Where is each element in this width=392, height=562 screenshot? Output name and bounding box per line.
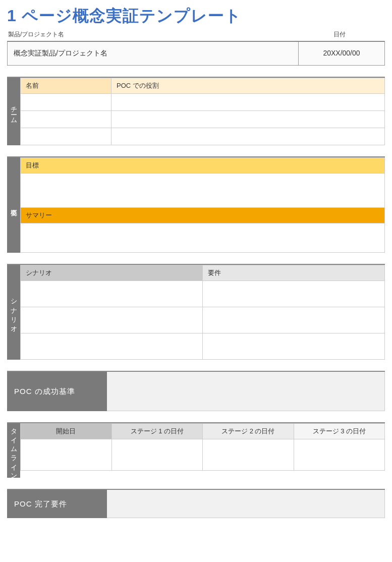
timeline-s2-cell[interactable] <box>203 439 294 471</box>
date-field[interactable]: 20XX/00/00 <box>299 42 384 65</box>
scenario-cell[interactable] <box>21 281 203 307</box>
table-row <box>21 333 385 360</box>
scenario-table: シナリオ 要件 <box>20 265 385 360</box>
label-product: 製品/プロジェクト名 <box>7 30 299 39</box>
overview-goal-body[interactable] <box>21 174 385 208</box>
section-overview: 概要 目標 サマリー <box>7 156 385 253</box>
scenario-col-scenario: シナリオ <box>21 265 203 281</box>
overview-goal-header: 目標 <box>21 158 385 174</box>
completion-body[interactable] <box>107 490 385 518</box>
tab-scenario: シナリオ <box>7 265 20 360</box>
timeline-table: 開始日 ステージ 1 の日付 ステージ 2 の日付 ステージ 3 の日付 <box>20 423 385 471</box>
table-row <box>21 281 385 307</box>
tab-timeline: タイムライン <box>7 423 20 478</box>
team-role-cell[interactable] <box>111 111 385 128</box>
team-col-role: POC での役割 <box>111 78 385 94</box>
timeline-s3-cell[interactable] <box>294 439 385 471</box>
label-date: 日付 <box>299 30 385 39</box>
header-labels: 製品/プロジェクト名 日付 <box>7 30 385 39</box>
timeline-s1-cell[interactable] <box>111 439 203 471</box>
team-name-cell[interactable] <box>21 94 111 111</box>
success-body[interactable] <box>107 372 385 411</box>
product-name-field[interactable]: 概念実証製品/プロジェクト名 <box>8 42 299 65</box>
section-team: チーム 名前 POC での役割 <box>7 77 385 145</box>
table-row <box>21 94 385 111</box>
overview-table: 目標 サマリー <box>20 157 385 253</box>
team-name-cell[interactable] <box>21 128 111 145</box>
team-name-cell[interactable] <box>21 111 111 128</box>
req-cell[interactable] <box>203 307 385 333</box>
completion-label: POC 完了要件 <box>7 490 107 518</box>
table-row <box>21 111 385 128</box>
header-values: 概念実証製品/プロジェクト名 20XX/00/00 <box>7 41 385 66</box>
table-row <box>21 128 385 145</box>
scenario-cell[interactable] <box>21 307 203 333</box>
overview-summary-header: サマリー <box>21 208 385 223</box>
team-role-cell[interactable] <box>111 94 385 111</box>
scenario-col-req: 要件 <box>203 265 385 281</box>
timeline-start-cell[interactable] <box>21 439 112 471</box>
page-title: 1 ページ概念実証テンプレート <box>7 5 385 27</box>
success-label: POC の成功基準 <box>7 372 107 411</box>
team-col-name: 名前 <box>21 78 111 94</box>
section-timeline: タイムライン 開始日 ステージ 1 の日付 ステージ 2 の日付 ステージ 3 … <box>7 422 385 478</box>
section-completion: POC 完了要件 <box>7 489 385 518</box>
req-cell[interactable] <box>203 281 385 307</box>
scenario-cell[interactable] <box>21 333 203 360</box>
timeline-col-s2: ステージ 2 の日付 <box>203 424 294 439</box>
overview-summary-body[interactable] <box>21 223 385 253</box>
req-cell[interactable] <box>203 333 385 360</box>
timeline-col-s1: ステージ 1 の日付 <box>111 424 203 439</box>
section-success: POC の成功基準 <box>7 371 385 411</box>
table-row <box>21 307 385 333</box>
tab-overview: 概要 <box>7 157 20 253</box>
section-scenario: シナリオ シナリオ 要件 <box>7 264 385 360</box>
timeline-col-s3: ステージ 3 の日付 <box>294 424 385 439</box>
team-role-cell[interactable] <box>111 128 385 145</box>
team-table: 名前 POC での役割 <box>20 78 385 145</box>
timeline-col-start: 開始日 <box>21 424 112 439</box>
tab-team: チーム <box>7 78 20 145</box>
table-row <box>21 439 385 471</box>
